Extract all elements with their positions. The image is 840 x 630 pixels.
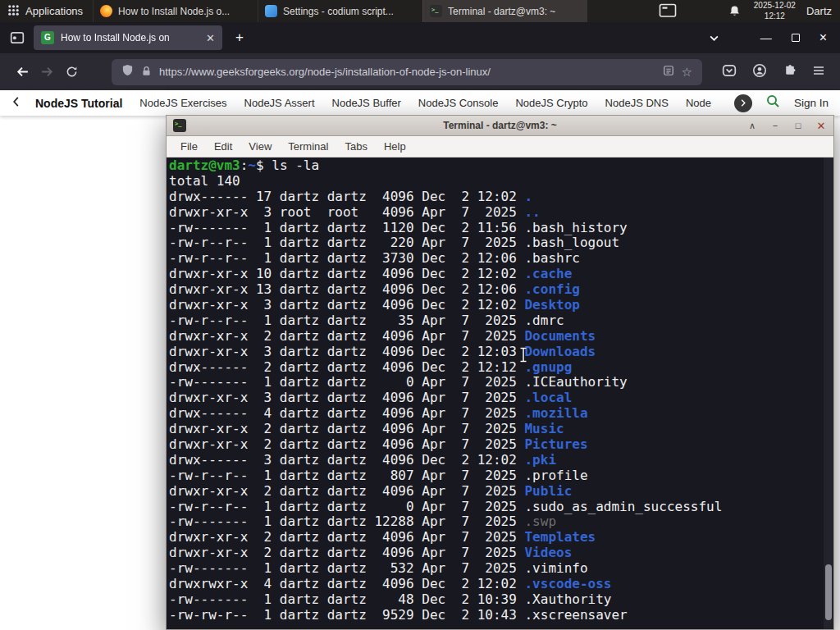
file-name: .pki [524,452,556,468]
menu-icon[interactable] [812,64,825,80]
shield-icon[interactable] [121,64,134,80]
terminal-titlebar[interactable]: Terminal - dartz@vm3: ~ ∧ − □ ✕ [167,116,833,136]
file-attrs: -rw-r--r-- 1 dartz dartz 0 Apr 7 2025 [169,499,524,514]
search-icon[interactable] [766,94,780,112]
shade-button[interactable]: ∧ [746,121,758,131]
file-attrs: drwxr-xr-x 2 dartz dartz 4096 Apr 7 2025 [169,421,524,436]
terminal-menu-item[interactable]: Help [376,140,414,153]
file-listing-row: -rw-r--r-- 1 dartz dartz 3730 Dec 2 12:0… [169,251,833,267]
taskbar-window-title: How to Install Node.js o... [118,6,230,17]
terminal-menu-item[interactable]: File [172,140,206,153]
file-listing-row: drwxr-xr-x 13 dartz dartz 4096 Dec 2 12:… [169,282,833,298]
gfg-subnav: NodeJS Tutorial NodeJS Exercises NodeJS … [0,90,840,116]
terminal-menu-item[interactable]: Tabs [336,140,375,153]
account-icon[interactable] [752,63,767,81]
close-button[interactable]: × [819,30,827,45]
subnav-link[interactable]: NodeJS Crypto [515,97,587,109]
minimize-button[interactable]: — [760,31,772,44]
sign-in-button[interactable]: Sign In [794,97,829,109]
prompt-path: ~ [248,158,256,173]
subnav-link[interactable]: NodeJS Tutorial [35,97,122,110]
subnav-link[interactable]: NodeJS DNS [605,97,669,109]
tab-close-icon[interactable]: ✕ [206,32,215,44]
subnav-link[interactable]: NodeJS Console [418,97,499,109]
file-name: .bash_logout [524,235,619,250]
subnav-link[interactable]: Node [686,97,711,109]
terminal-window-controls: ∧ − □ ✕ [746,120,827,132]
file-listing-row: -rw-r--r-- 1 dartz dartz 220 Apr 7 2025 … [169,235,833,251]
file-attrs: -rw-r--r-- 1 dartz dartz 220 Apr 7 2025 [169,235,524,250]
subnav-link[interactable]: NodeJS Buffer [332,97,401,109]
file-attrs: drwxr-xr-x 3 root root 4096 Apr 7 2025 [169,204,524,220]
file-name: .dmrc [524,313,564,328]
lock-icon[interactable] [141,65,152,80]
file-attrs: drwx------ 2 dartz dartz 4096 Dec 2 12:1… [169,359,524,375]
file-name: Music [524,421,564,436]
applications-menu-button[interactable]: Applications [0,0,93,22]
file-attrs: -rw-rw-r-- 1 dartz dartz 9529 Dec 2 10:4… [169,607,524,623]
file-listing-row: drwxr-xr-x 3 dartz dartz 4096 Apr 7 2025… [169,390,833,406]
reload-icon[interactable] [59,60,84,84]
terminal-menu-item[interactable]: Edit [206,140,240,153]
panel-clock[interactable]: 2025-12-02 12:12 [754,1,796,21]
file-listing-row: drwxr-xr-x 3 root root 4096 Apr 7 2025 .… [169,205,833,221]
nav-scroll-right-button[interactable] [734,94,752,112]
file-attrs: drwxrwxr-x 4 dartz dartz 4096 Dec 2 12:0… [169,576,524,591]
panel-user-menu[interactable]: Dartz [806,5,832,17]
file-listing-row: drwx------ 3 dartz dartz 4096 Dec 2 12:0… [169,453,833,468]
tray-window-icon[interactable] [658,2,678,20]
file-listing-row: -rw------- 1 dartz dartz 0 Apr 7 2025 .I… [169,375,833,390]
subnav-link[interactable]: NodeJS Exercises [139,97,226,109]
file-name: Templates [524,529,596,545]
file-listing-row: -rw------- 1 dartz dartz 48 Dec 2 10:39 … [169,592,833,608]
taskbar-window-button[interactable]: Settings - codium script... [258,0,422,22]
command-text: ls -la [272,158,319,173]
subnav-link[interactable]: NodeJS Assert [244,97,315,109]
taskbar-window-icon [265,5,277,17]
url-text[interactable]: https://www.geeksforgeeks.org/node-js/in… [159,66,655,78]
minimize-button[interactable]: − [769,121,781,130]
taskbar-window-title: Settings - codium script... [283,6,394,17]
file-listing-row: -rw------- 1 dartz dartz 12288 Apr 7 202… [169,514,833,530]
file-attrs: -rw------- 1 dartz dartz 48 Dec 2 10:39 [169,591,524,607]
close-button[interactable]: ✕ [815,120,827,132]
browser-tab-active[interactable]: G How to Install Node.js on ✕ [34,25,222,50]
notifications-bell-icon[interactable] [728,5,741,17]
file-listing-row: drwxr-xr-x 2 dartz dartz 4096 Apr 7 2025… [169,422,833,437]
prompt-symbol: $ [256,158,272,173]
file-name: .profile [524,468,587,483]
url-bar[interactable]: https://www.geeksforgeeks.org/node-js/in… [112,59,702,85]
file-attrs: drwx------ 4 dartz dartz 4096 Apr 7 2025 [169,405,524,421]
file-listing-row: -rw-r--r-- 1 dartz dartz 0 Apr 7 2025 .s… [169,500,833,515]
clock-time: 12:12 [754,11,796,22]
taskbar-window-button[interactable]: Terminal - dartz@vm3: ~ [422,0,587,22]
applications-grid-icon [7,4,20,19]
all-tabs-chevron-icon[interactable] [709,33,719,43]
new-tab-button[interactable]: + [229,30,250,46]
terminal-scrollbar-thumb[interactable] [825,564,832,620]
toolbar-right-icons [722,63,830,81]
forward-icon[interactable] [34,60,59,84]
terminal-menu-item[interactable]: Terminal [280,140,336,153]
pocket-icon[interactable] [722,63,737,81]
file-name: .mozilla [524,405,587,421]
reader-mode-icon[interactable] [663,65,674,80]
tab-title: How to Install Node.js on [61,32,199,43]
extensions-icon[interactable] [783,63,797,80]
maximize-button[interactable] [792,34,800,42]
prompt-sep: : [240,158,249,173]
file-listing-row: drwx------ 4 dartz dartz 4096 Apr 7 2025… [169,406,833,422]
firefox-view-icon[interactable] [10,30,25,45]
file-listing-row: -rw-r--r-- 1 dartz dartz 807 Apr 7 2025 … [169,468,833,484]
nav-scroll-left-icon[interactable] [11,96,21,111]
subnav-items: NodeJS Tutorial NodeJS Exercises NodeJS … [35,97,719,110]
file-name: .ICEauthority [524,374,627,390]
terminal-menu-item[interactable]: View [240,140,280,153]
terminal-screen[interactable]: dartz@vm3:~$ ls -la total 140 drwx------… [167,158,833,629]
terminal-scrollbar-track[interactable] [824,158,833,629]
back-icon[interactable] [10,60,34,84]
taskbar-window-button[interactable]: How to Install Node.js o... [93,0,258,22]
bookmark-star-icon[interactable]: ☆ [682,66,692,78]
maximize-button[interactable]: □ [792,121,804,130]
file-listing-row: -rw-rw-r-- 1 dartz dartz 9529 Dec 2 10:4… [169,608,833,623]
